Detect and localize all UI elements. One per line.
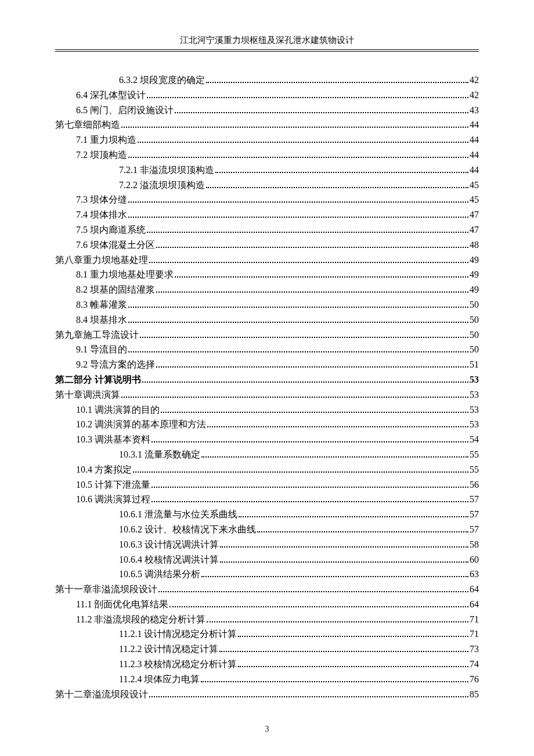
toc-entry-page: 64 — [470, 597, 479, 612]
toc-leader-dots — [128, 307, 468, 308]
toc-entry-label: 第九章施工导流设计 — [55, 328, 139, 343]
toc-entry-label: 11.2.2 设计情况稳定计算 — [119, 642, 218, 657]
toc-leader-dots — [156, 366, 468, 368]
toc-leader-dots — [201, 456, 468, 458]
toc-leader-dots — [149, 696, 468, 697]
toc-leader-dots — [151, 487, 468, 488]
toc-entry-label: 第十章调洪演算 — [55, 388, 120, 402]
toc-entry-page: 45 — [470, 178, 479, 193]
toc-entry: 11.2.4 坝体应力电算76 — [55, 672, 479, 687]
toc-entry: 8.2 坝基的固结灌浆49 — [55, 283, 479, 297]
toc-entry-page: 42 — [470, 73, 479, 88]
toc-entry-page: 47 — [470, 208, 479, 222]
toc-entry: 10.3 调洪基本资料54 — [55, 433, 479, 447]
toc-leader-dots — [257, 531, 468, 532]
toc-entry-page: 54 — [470, 433, 479, 447]
toc-entry-label: 7.3 坝体分缝 — [76, 193, 127, 207]
toc-entry-page: 63 — [470, 567, 479, 582]
toc-entry-page: 64 — [470, 582, 479, 597]
toc-leader-dots — [121, 397, 468, 398]
toc-entry-label: 10.6 调洪演算过程 — [76, 492, 150, 507]
toc-leader-dots — [158, 591, 468, 592]
toc-entry-page: 76 — [470, 672, 479, 687]
toc-entry: 第十章调洪演算53 — [55, 388, 479, 402]
toc-leader-dots — [201, 576, 468, 577]
toc-entry: 10.6.3 设计情况调洪计算58 — [55, 538, 479, 552]
toc-entry-page: 43 — [470, 103, 479, 118]
toc-entry-label: 7.2 坝顶构造 — [76, 148, 127, 163]
toc-entry: 9.2 导流方案的选择51 — [55, 358, 479, 372]
toc-entry-page: 50 — [470, 343, 479, 357]
toc-leader-dots — [128, 322, 468, 323]
toc-leader-dots — [206, 82, 468, 83]
toc-leader-dots — [147, 232, 468, 233]
toc-leader-dots — [220, 546, 468, 548]
toc-entry-label: 10.1 调洪演算的目的 — [76, 403, 160, 417]
toc-entry-page: 49 — [470, 283, 479, 297]
toc-entry-label: 11.2.1 设计情况稳定分析计算 — [119, 627, 237, 642]
toc-leader-dots — [128, 217, 468, 218]
toc-entry: 7.1 重力坝构造44 — [55, 133, 479, 147]
toc-entry-label: 11.1 剖面优化电算结果 — [76, 597, 168, 612]
toc-entry-label: 8.1 重力坝地基处理要求 — [76, 268, 174, 282]
toc-entry-page: 55 — [470, 448, 479, 462]
toc-entry: 7.2.1 非溢流坝坝顶构造44 — [55, 163, 479, 178]
toc-entry: 10.6.2 设计、校核情况下来水曲线57 — [55, 523, 479, 537]
toc-entry: 第七章细部构造44 — [55, 118, 479, 132]
toc-entry: 6.3.2 坝段宽度的确定42 — [55, 73, 479, 88]
toc-leader-dots — [142, 381, 468, 383]
toc-entry-page: 49 — [470, 268, 479, 282]
toc-entry-label: 6.4 深孔体型设计 — [76, 88, 146, 103]
toc-leader-dots — [151, 501, 468, 502]
toc-entry: 11.2 非溢流坝段的稳定分析计算71 — [55, 613, 479, 627]
toc-entry: 10.5 计算下泄流量56 — [55, 478, 479, 492]
toc-entry-label: 10.6.3 设计情况调洪计算 — [119, 538, 219, 552]
toc-entry-page: 85 — [470, 687, 479, 702]
toc-entry-label: 7.2.1 非溢流坝坝顶构造 — [119, 163, 214, 178]
toc-entry-page: 71 — [470, 627, 479, 642]
toc-entry-page: 53 — [470, 373, 479, 387]
toc-entry: 7.2.2 溢流坝坝顶构造45 — [55, 178, 479, 193]
toc-leader-dots — [175, 276, 468, 278]
toc-entry: 7.5 坝内廊道系统47 — [55, 223, 479, 237]
toc-entry-page: 47 — [470, 223, 479, 237]
toc-entry: 10.2 调洪演算的基本原理和方法53 — [55, 417, 479, 432]
toc-entry-label: 第二部分 计算说明书 — [55, 373, 141, 387]
toc-entry: 10.3.1 流量系数确定55 — [55, 448, 479, 462]
toc-entry-label: 10.6.2 设计、校核情况下来水曲线 — [119, 523, 256, 537]
toc-entry-page: 49 — [470, 253, 479, 268]
toc-entry: 第九章施工导流设计50 — [55, 328, 479, 343]
toc-entry-label: 6.3.2 坝段宽度的确定 — [119, 73, 205, 88]
toc-leader-dots — [147, 97, 468, 98]
toc-entry: 7.2 坝顶构造44 — [55, 148, 479, 163]
toc-entry-label: 10.3 调洪基本资料 — [76, 433, 150, 447]
toc-leader-dots — [140, 337, 468, 338]
toc-entry: 11.2.1 设计情况稳定分析计算71 — [55, 627, 479, 642]
toc-entry: 8.1 重力坝地基处理要求49 — [55, 268, 479, 282]
toc-entry: 11.2.2 设计情况稳定计算73 — [55, 642, 479, 657]
toc-entry-page: 57 — [470, 523, 479, 537]
page-header-title: 江北河宁溪重力坝枢纽及深孔泄水建筑物设计 — [55, 35, 479, 50]
toc-entry-page: 51 — [470, 358, 479, 372]
toc-entry-label: 10.6.4 校核情况调洪计算 — [119, 553, 219, 567]
toc-entry-label: 第八章重力坝地基处理 — [55, 253, 148, 268]
toc-entry-page: 48 — [470, 238, 479, 253]
toc-entry-page: 53 — [470, 388, 479, 402]
toc-entry: 11.2.3 校核情况稳定分析计算74 — [55, 657, 479, 672]
toc-entry: 7.6 坝体混凝土分区48 — [55, 238, 479, 253]
toc-entry: 10.6 调洪演算过程57 — [55, 492, 479, 507]
toc-entry-page: 44 — [470, 118, 479, 132]
toc-entry: 9.1 导流目的50 — [55, 343, 479, 357]
toc-entry-page: 74 — [470, 657, 479, 672]
toc-leader-dots — [207, 621, 468, 622]
toc-entry-label: 第十二章溢流坝段设计 — [55, 687, 148, 702]
toc-entry-label: 6.5 闸门、启闭设施设计 — [76, 103, 174, 118]
toc-leader-dots — [219, 651, 468, 652]
toc-entry-page: 58 — [470, 538, 479, 552]
toc-leader-dots — [128, 157, 468, 158]
toc-entry-page: 44 — [470, 148, 479, 163]
toc-entry-label: 9.1 导流目的 — [76, 343, 127, 357]
toc-entry-page: 73 — [470, 642, 479, 657]
toc-entry-page: 57 — [470, 492, 479, 507]
toc-entry: 6.5 闸门、启闭设施设计43 — [55, 103, 479, 118]
